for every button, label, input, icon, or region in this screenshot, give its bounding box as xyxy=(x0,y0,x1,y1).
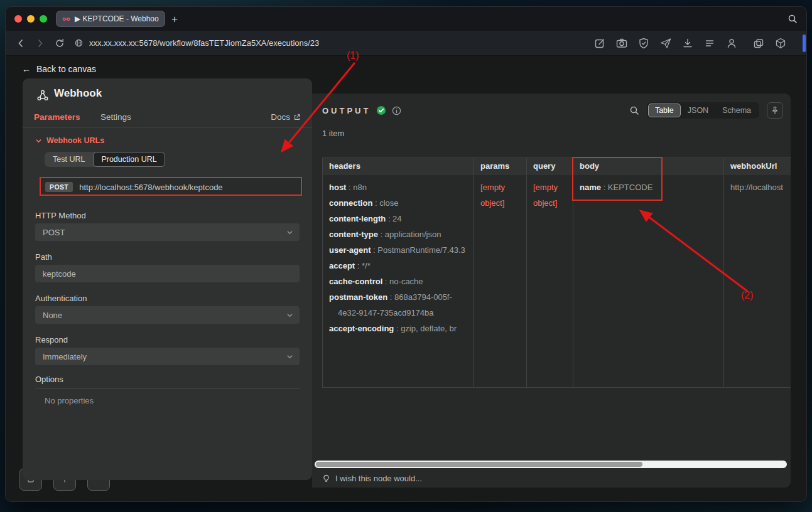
options-divider xyxy=(35,388,300,389)
browser-toolbar: xxx.xx.xxx.xx:5678/workflow/8fasTETJiomZ… xyxy=(6,31,806,56)
tab-favicon-workflow-icon xyxy=(62,15,70,23)
list-icon[interactable] xyxy=(704,38,715,49)
minimize-button[interactable] xyxy=(27,15,35,23)
tab-settings[interactable]: Settings xyxy=(100,112,131,122)
output-panel: OUTPUT Table JSON Schem xyxy=(312,93,791,488)
scrollbar-thumb[interactable] xyxy=(316,462,642,467)
tab-overview-icon[interactable] xyxy=(753,38,764,49)
extensions-cube-icon[interactable] xyxy=(775,38,786,49)
output-title: OUTPUT xyxy=(322,106,371,115)
view-json-button[interactable]: JSON xyxy=(681,104,715,117)
browser-window: ▶ KEPTCODE - Webhoo + xxx.xx.xxx.xx xyxy=(5,6,807,502)
chevron-down-icon xyxy=(286,353,293,360)
docs-label: Docs xyxy=(271,112,290,122)
cell-body[interactable]: name : KEPTCODE xyxy=(573,174,724,387)
desktop: ▶ KEPTCODE - Webhoo + xxx.xx.xxx.xx xyxy=(0,0,812,512)
info-icon[interactable] xyxy=(392,106,401,115)
no-properties-text: No properties xyxy=(45,396,94,405)
output-table: headers params query body webhookUrl hos… xyxy=(322,157,791,388)
column-header-params[interactable]: params xyxy=(474,158,527,174)
shield-check-icon[interactable] xyxy=(638,38,649,49)
external-link-icon xyxy=(293,114,301,121)
cell-params[interactable]: [empty object] xyxy=(474,174,527,387)
window-controls xyxy=(14,15,47,23)
item-count: 1 item xyxy=(322,129,344,138)
camera-icon[interactable] xyxy=(616,38,627,49)
empty-object-value: [empty object] xyxy=(533,183,558,208)
test-url-button[interactable]: Test URL xyxy=(45,152,93,167)
send-icon[interactable] xyxy=(660,38,671,49)
output-search-icon[interactable] xyxy=(629,105,639,115)
tab-title: ▶ KEPTCODE - Webhoo xyxy=(75,14,159,23)
cell-query[interactable]: [empty object] xyxy=(527,174,573,387)
output-controls: Table JSON Schema xyxy=(629,102,783,119)
chevron-down-icon xyxy=(286,229,293,236)
view-table-button[interactable]: Table xyxy=(648,104,681,117)
toolbar-actions xyxy=(594,38,786,49)
horizontal-scrollbar[interactable] xyxy=(315,461,787,468)
output-header: OUTPUT Table JSON Schem xyxy=(322,101,783,120)
back-to-canvas-link[interactable]: ← Back to canvas xyxy=(22,64,96,74)
webhook-urls-section-toggle[interactable]: Webhook URLs xyxy=(35,136,104,145)
column-header-webhookurl[interactable]: webhookUrl xyxy=(724,158,791,174)
download-icon[interactable] xyxy=(682,38,693,49)
new-tab-button[interactable]: + xyxy=(171,14,178,24)
back-to-canvas-label: Back to canvas xyxy=(36,64,96,74)
node-title: Webhook xyxy=(54,87,102,100)
webhook-node-icon xyxy=(36,89,49,102)
docs-link[interactable]: Docs xyxy=(271,112,301,122)
column-header-query[interactable]: query xyxy=(527,158,573,174)
authentication-select[interactable]: None xyxy=(35,306,300,324)
browser-tab[interactable]: ▶ KEPTCODE - Webhoo xyxy=(56,11,165,27)
kv-entry: user-agent : PostmanRuntime/7.43.3 xyxy=(329,242,467,258)
kv-entry: name : KEPTCODE xyxy=(580,179,717,195)
path-input[interactable] xyxy=(35,265,300,282)
webhook-urls-label: Webhook URLs xyxy=(46,136,104,145)
back-icon[interactable] xyxy=(16,38,26,48)
kv-entry: host : n8n xyxy=(329,179,467,195)
split-view-indicator[interactable] xyxy=(803,35,806,52)
titlebar: ▶ KEPTCODE - Webhoo + xyxy=(6,7,806,31)
respond-value: Immediately xyxy=(43,352,87,361)
respond-select[interactable]: Immediately xyxy=(35,348,300,365)
node-settings-panel: Webhook Parameters Settings Docs xyxy=(23,78,312,480)
chevron-down-icon xyxy=(286,312,293,319)
node-feedback-link[interactable]: I wish this node would... xyxy=(335,474,422,483)
cell-webhookurl[interactable]: http://localhost xyxy=(724,174,791,387)
webhook-url-value[interactable]: http://localhost:5678/webhook/keptcode xyxy=(79,183,222,192)
cell-headers[interactable]: host : n8n connection : close content-le… xyxy=(323,174,474,387)
http-method-value: POST xyxy=(43,228,65,237)
production-url-button[interactable]: Production URL xyxy=(93,152,165,167)
lightbulb-icon xyxy=(322,474,330,483)
address-url[interactable]: xxx.xx.xxx.xx:5678/workflow/8fasTETJiomZ… xyxy=(89,38,319,48)
http-method-select[interactable]: POST xyxy=(35,223,300,241)
tab-parameters[interactable]: Parameters xyxy=(34,112,80,122)
close-button[interactable] xyxy=(14,15,22,23)
search-icon[interactable] xyxy=(788,14,798,24)
column-header-body[interactable]: body xyxy=(573,158,724,174)
forward-icon[interactable] xyxy=(35,38,45,48)
respond-label: Respond xyxy=(35,335,68,344)
webhook-url-row[interactable]: POST http://localhost:5678/webhook/keptc… xyxy=(40,178,303,196)
authentication-label: Authentication xyxy=(35,294,87,303)
column-header-headers[interactable]: headers xyxy=(323,158,474,174)
http-method-label: HTTP Method xyxy=(35,211,86,220)
view-schema-button[interactable]: Schema xyxy=(715,104,758,117)
address-bar[interactable]: xxx.xx.xxx.xx:5678/workflow/8fasTETJiomZ… xyxy=(74,38,585,48)
path-label: Path xyxy=(35,252,52,262)
profile-icon[interactable] xyxy=(726,38,737,49)
reload-icon[interactable] xyxy=(55,38,65,48)
webhookurl-cell-value: http://localhost xyxy=(730,183,783,192)
compose-icon[interactable] xyxy=(594,38,605,49)
kv-entry: connection : close xyxy=(329,195,467,211)
http-method-badge: POST xyxy=(45,182,73,192)
back-arrow-icon: ← xyxy=(22,64,31,74)
zoom-button[interactable] xyxy=(40,15,47,23)
kv-entry: postman-token : 868a3794-005f-4e32-9147-… xyxy=(329,289,467,321)
pin-data-button[interactable] xyxy=(767,102,783,119)
kv-entry: content-type : application/json xyxy=(329,227,467,242)
table-row: host : n8n connection : close content-le… xyxy=(323,174,791,387)
node-tabs: Parameters Settings Docs xyxy=(23,110,312,128)
authentication-value: None xyxy=(43,311,62,320)
empty-object-value: [empty object] xyxy=(480,183,505,208)
